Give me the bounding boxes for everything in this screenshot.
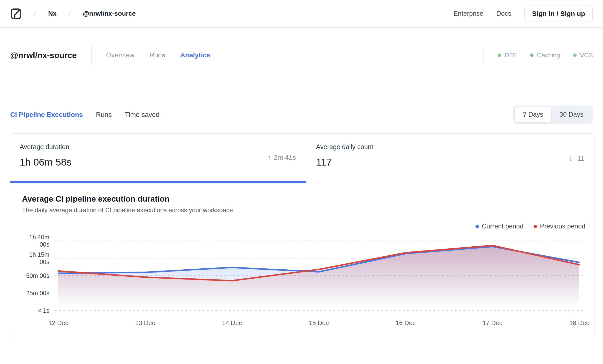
- y-axis-labels: 1h 40m 00s1h 15m 00s50m 00s25m 00s< 1s: [22, 234, 55, 316]
- tab-time-saved[interactable]: Time saved: [125, 111, 160, 118]
- enterprise-link[interactable]: Enterprise: [453, 10, 483, 17]
- status-label: DTE: [505, 52, 517, 59]
- y-axis-tick: 50m 00s: [25, 272, 49, 279]
- top-header: / Nx / @nrwl/nx-source Enterprise Docs S…: [0, 0, 603, 28]
- delta-value: -11: [575, 154, 584, 162]
- legend-previous-period[interactable]: Previous period: [533, 223, 585, 230]
- y-axis-tick: 1h 15m 00s: [25, 251, 49, 266]
- arrow-up-icon: ↑: [267, 153, 271, 162]
- breadcrumb-org[interactable]: Nx: [48, 10, 57, 17]
- legend-label: Previous period: [540, 223, 585, 230]
- workspace-bar: @nrwl/nx-source Overview Runs Analytics …: [0, 45, 603, 65]
- page-title: @nrwl/nx-source: [10, 51, 77, 60]
- x-axis-labels: 12 Dec13 Dec14 Dec15 Dec16 Dec17 Dec18 D…: [55, 316, 585, 328]
- chart-legend: Current period Previous period: [22, 223, 585, 230]
- stat-value: 117: [316, 157, 585, 168]
- caching-status-dot: [530, 54, 533, 57]
- divider: [91, 46, 92, 65]
- chart-plot-area: 1h 40m 00s1h 15m 00s50m 00s25m 00s< 1s: [22, 234, 585, 316]
- tab-analytics-runs[interactable]: Runs: [96, 111, 112, 118]
- y-axis-tick: 1h 40m 00s: [25, 234, 49, 248]
- stat-row: Average duration 1h 06m 58s ↑ 2m 41s Ave…: [10, 134, 594, 183]
- stat-card-average-daily-count[interactable]: Average daily count 117 ↓ -11: [306, 134, 594, 183]
- breadcrumb: / Nx / @nrwl/nx-source: [34, 9, 136, 18]
- tab-analytics[interactable]: Analytics: [180, 51, 210, 59]
- analytics-tab-row: CI Pipeline Executions Runs Time saved 7…: [0, 106, 603, 124]
- tab-runs[interactable]: Runs: [149, 51, 165, 59]
- y-axis-tick: < 1s: [25, 307, 49, 314]
- status-caching: Caching: [530, 52, 560, 59]
- x-axis-tick: 15 Dec: [309, 319, 329, 327]
- status-vcs: VCS: [573, 52, 593, 59]
- chart-title: Average CI pipeline execution duration: [22, 194, 585, 203]
- dte-status-dot: [498, 54, 501, 57]
- x-axis-tick: 13 Dec: [135, 319, 155, 327]
- status-label: Caching: [537, 52, 560, 59]
- x-axis-tick: 16 Dec: [396, 319, 416, 327]
- chart-subtitle: The daily average duration of CI pipelin…: [22, 206, 585, 214]
- stat-label: Average duration: [20, 143, 296, 151]
- chart-plot-svg[interactable]: [55, 234, 585, 316]
- stat-delta: ↑ 2m 41s: [267, 153, 296, 162]
- divider: [484, 47, 484, 63]
- range-30-days[interactable]: 30 Days: [551, 107, 591, 122]
- status-dte: DTE: [498, 52, 517, 59]
- workspace-status: DTE Caching VCS: [484, 47, 593, 63]
- header-nav: Enterprise Docs Sign in / Sign up: [453, 6, 593, 22]
- sign-in-button[interactable]: Sign in / Sign up: [524, 6, 593, 22]
- delta-value: 2m 41s: [274, 153, 296, 161]
- current-period-dot: [475, 225, 479, 228]
- nx-cloud-logo-icon[interactable]: [10, 8, 22, 20]
- stat-label: Average daily count: [316, 143, 585, 151]
- x-axis-tick: 17 Dec: [483, 319, 502, 327]
- range-7-days[interactable]: 7 Days: [515, 107, 551, 122]
- stat-card-average-duration[interactable]: Average duration 1h 06m 58s ↑ 2m 41s: [10, 134, 306, 183]
- breadcrumb-separator: /: [68, 9, 71, 18]
- tab-ci-pipeline-executions[interactable]: CI Pipeline Executions: [10, 111, 83, 118]
- previous-period-dot: [533, 225, 537, 228]
- legend-label: Current period: [482, 223, 524, 230]
- vcs-status-dot: [573, 54, 577, 57]
- y-axis-tick: 25m 00s: [25, 289, 49, 297]
- legend-current-period[interactable]: Current period: [475, 223, 524, 230]
- breadcrumb-separator: /: [33, 9, 36, 18]
- status-label: VCS: [580, 52, 593, 59]
- x-axis-tick: 12 Dec: [48, 319, 68, 327]
- stat-value: 1h 06m 58s: [20, 157, 296, 168]
- chart-section: Average CI pipeline execution duration T…: [10, 183, 594, 337]
- analytics-panel: Average duration 1h 06m 58s ↑ 2m 41s Ave…: [10, 133, 595, 337]
- breadcrumb-workspace[interactable]: @nrwl/nx-source: [83, 10, 136, 17]
- workspace-tabs: Overview Runs Analytics: [106, 51, 210, 59]
- tab-overview[interactable]: Overview: [106, 51, 135, 59]
- docs-link[interactable]: Docs: [496, 10, 511, 17]
- x-axis-tick: 14 Dec: [222, 319, 242, 327]
- x-axis-tick: 18 Dec: [569, 319, 589, 327]
- stat-delta: ↓ -11: [569, 154, 584, 163]
- arrow-down-icon: ↓: [569, 154, 573, 163]
- date-range-toggle: 7 Days 30 Days: [513, 106, 593, 124]
